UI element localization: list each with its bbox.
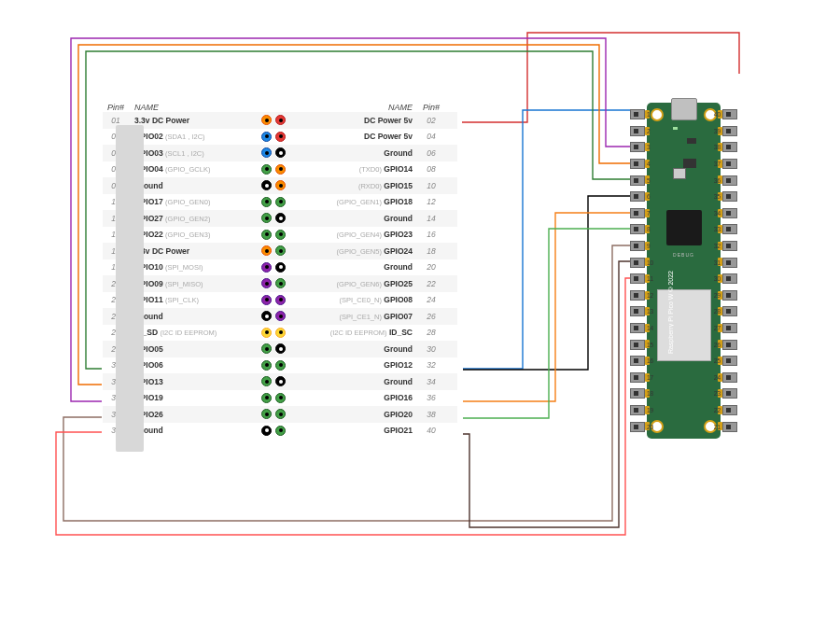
- pin-number: 38: [714, 144, 721, 150]
- pin-name-right: Ground: [301, 262, 418, 272]
- pin-name-right: (GPIO_GEN1) GPIO18: [301, 197, 418, 206]
- pin-number: 12: [418, 197, 444, 206]
- pin-dot-icon: [275, 328, 286, 338]
- pico-pin: 5: [630, 172, 653, 189]
- pin-dot-icon: [275, 115, 286, 125]
- pin-dot-icon: [261, 409, 272, 419]
- pin-name-right: GPIO12: [301, 360, 418, 370]
- header-pins: [246, 308, 301, 325]
- pin-number: 22: [418, 279, 444, 288]
- debug-label: DEBUG: [673, 252, 694, 258]
- pin-number: 34: [714, 210, 721, 217]
- header-block-bg: [116, 125, 144, 452]
- pin-number: 01: [103, 116, 129, 125]
- pico-w-board: DEBUG Raspberry Pi Pico W ©2022 12345678…: [630, 103, 737, 439]
- pico-pin: 28: [714, 303, 737, 320]
- header-pins: [246, 292, 301, 309]
- pin-number: 30: [714, 275, 721, 282]
- pin-plug-icon: [722, 109, 737, 119]
- pico-pin: 30: [714, 271, 737, 287]
- pin-number: 20: [418, 262, 444, 272]
- pin-dot-icon: [261, 262, 272, 273]
- pin-dot-icon: [275, 164, 286, 175]
- pin-name-right: (RXD0) GPIO15: [301, 181, 418, 190]
- pin-plug-icon: [630, 306, 645, 316]
- pin-number: 30: [418, 344, 444, 354]
- pico-pin: 24: [714, 370, 737, 386]
- pin-number: 38: [418, 410, 444, 419]
- pin-plug-icon: [722, 175, 737, 186]
- pin-dot-icon: [261, 115, 272, 125]
- pin-dot-icon: [261, 180, 272, 190]
- pin-name-right: GPIO16: [301, 393, 418, 402]
- pico-pin: 2: [630, 123, 653, 140]
- pico-pin: 21: [714, 418, 737, 435]
- rp2040-chip-icon: [666, 210, 702, 245]
- pin-row: 37GPIO26 GPIO2038: [103, 406, 457, 423]
- pin-name-left: GPIO03 (SCL1 , I2C): [129, 148, 246, 158]
- pin-dot-icon: [261, 230, 272, 240]
- pin-dot-icon: [261, 426, 272, 436]
- pico-pin: 12: [630, 287, 653, 304]
- pin-name-left: 3.3v DC Power: [129, 246, 246, 256]
- pin-number: 20: [647, 424, 653, 430]
- pin-dot-icon: [275, 262, 286, 273]
- pin-number: 24: [714, 374, 721, 381]
- pin-plug-icon: [630, 290, 645, 301]
- diagram: Pin# NAME NAME Pin# 013.3v DC Power DC P…: [47, 42, 793, 583]
- pin-name-right: GPIO21: [301, 426, 418, 435]
- pin-plug-icon: [630, 340, 645, 350]
- header-pins: [246, 423, 301, 440]
- pin-dot-icon: [275, 278, 286, 288]
- pin-name-left: Ground: [129, 426, 246, 435]
- pico-pins-left: 1234567891011121314151617181920: [630, 106, 653, 435]
- pin-plug-icon: [722, 372, 737, 383]
- pin-name-right: (TXD0) GPIO14: [301, 164, 418, 174]
- pin-plug-icon: [722, 208, 737, 218]
- component-icon: [683, 159, 696, 168]
- hdr-name-left: NAME: [129, 103, 246, 112]
- pin-number: 25: [714, 357, 721, 364]
- hdr-pin-right: Pin#: [418, 103, 444, 112]
- pin-row: 33GPIO13 Ground34: [103, 373, 457, 390]
- pin-number: 31: [714, 259, 721, 266]
- pin-dot-icon: [261, 164, 272, 175]
- pico-pin: 8: [630, 221, 653, 238]
- pin-row: 23GPIO11 (SPI_CLK)(SPI_CE0_N) GPIO0824: [103, 292, 457, 309]
- pico-pin: 27: [714, 320, 737, 337]
- pin-number: 08: [418, 164, 444, 174]
- header-pins: [246, 341, 301, 357]
- pin-name-left: GPIO09 (SPI_MISO): [129, 279, 246, 288]
- pin-plug-icon: [630, 159, 645, 169]
- pin-number: 19: [647, 407, 653, 413]
- pin-number: 37: [714, 161, 721, 167]
- pin-name-left: GPIO04 (GPIO_GCLK): [129, 164, 246, 174]
- wifi-shield-icon: [657, 289, 711, 361]
- pin-number: 40: [714, 111, 721, 118]
- pin-plug-icon: [630, 372, 645, 383]
- pin-number: 28: [418, 328, 444, 337]
- pin-number: 39: [714, 128, 721, 134]
- pin-dot-icon: [261, 295, 272, 305]
- pico-pin: 4: [630, 156, 653, 173]
- pin-plug-icon: [722, 273, 737, 284]
- pin-dot-icon: [261, 376, 272, 386]
- pin-number: 18: [418, 246, 444, 256]
- pi-gpio-pinout: Pin# NAME NAME Pin# 013.3v DC Power DC P…: [103, 103, 457, 439]
- pin-number: 14: [647, 325, 653, 331]
- pin-plug-icon: [630, 109, 645, 119]
- header-pins: [246, 145, 301, 161]
- pin-dot-icon: [275, 245, 286, 256]
- pin-plug-icon: [630, 142, 645, 152]
- pin-dot-icon: [261, 245, 272, 256]
- pin-number: 10: [418, 181, 444, 190]
- pin-row: 11GPIO17 (GPIO_GEN0)(GPIO_GEN1) GPIO1812: [103, 194, 457, 211]
- pin-number: 33: [714, 226, 721, 232]
- pin-row: 31GPIO06 GPIO1232: [103, 357, 457, 374]
- pico-pin: 11: [630, 271, 653, 287]
- pin-dot-icon: [275, 409, 286, 419]
- header-pins: [246, 210, 301, 227]
- pin-row: 05GPIO03 (SCL1 , I2C) Ground06: [103, 145, 457, 161]
- pin-dot-icon: [275, 213, 286, 223]
- header-pins: [246, 227, 301, 244]
